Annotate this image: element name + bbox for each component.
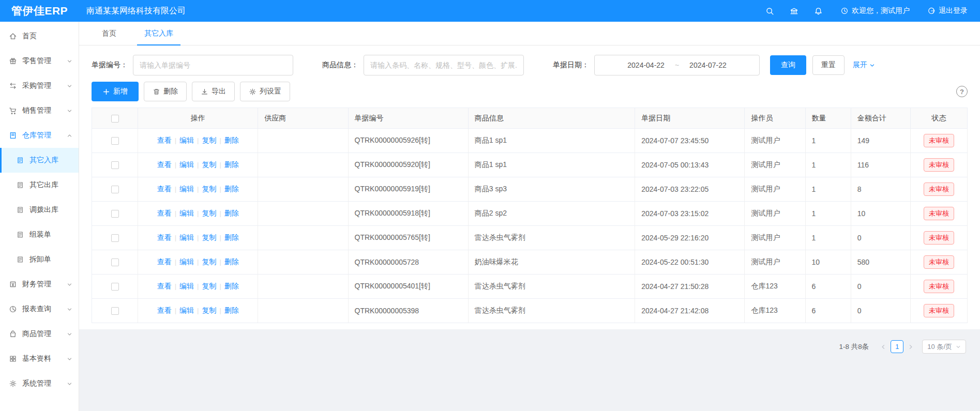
status-cell: 未审核 (910, 129, 967, 153)
view-link[interactable]: 查看 (157, 282, 172, 290)
copy-link[interactable]: 复制 (202, 209, 216, 217)
sidebar-item-other-outbound[interactable]: 其它出库 (0, 173, 79, 197)
row-checkbox[interactable] (111, 137, 119, 145)
page-size-select[interactable]: 10 条/页 (922, 340, 966, 354)
edit-link[interactable]: 编辑 (179, 233, 194, 241)
delete-link[interactable]: 删除 (224, 136, 239, 144)
bank-icon[interactable] (790, 7, 798, 16)
status-cell: 未审核 (910, 275, 967, 299)
edit-link[interactable]: 编辑 (179, 282, 194, 290)
row-checkbox[interactable] (111, 283, 119, 291)
copy-link[interactable]: 复制 (202, 233, 216, 241)
delete-link[interactable]: 删除 (224, 160, 239, 169)
row-checkbox-cell (92, 177, 138, 202)
sidebar-item-retail[interactable]: 零售管理 (0, 49, 79, 73)
bell-icon[interactable] (814, 7, 823, 16)
copy-link[interactable]: 复制 (202, 185, 216, 193)
column-settings-button[interactable]: 列设置 (240, 82, 290, 101)
prev-page-icon[interactable] (880, 344, 886, 350)
action-separator: | (197, 209, 199, 217)
row-checkbox[interactable] (111, 210, 119, 218)
add-button[interactable]: 新增 (92, 82, 139, 101)
action-separator: | (219, 258, 221, 266)
copy-link[interactable]: 复制 (202, 136, 216, 144)
expand-link[interactable]: 展开 (853, 60, 875, 70)
help-icon[interactable]: ? (956, 86, 968, 97)
gear-icon (249, 88, 257, 96)
pie-icon (9, 305, 17, 313)
select-all-checkbox[interactable] (111, 115, 119, 123)
view-link[interactable]: 查看 (157, 257, 172, 266)
row-checkbox[interactable] (111, 258, 119, 266)
copy-link[interactable]: 复制 (202, 257, 216, 266)
amount-cell: 149 (851, 129, 910, 153)
delete-link[interactable]: 删除 (224, 282, 239, 290)
qty-cell: 1 (805, 202, 851, 226)
row-checkbox[interactable] (111, 161, 119, 169)
row-actions-cell: 查看|编辑|复制|删除 (138, 275, 258, 299)
sidebar-item-label: 零售管理 (22, 56, 67, 66)
copy-link[interactable]: 复制 (202, 160, 216, 169)
search-button[interactable]: 查询 (770, 55, 806, 75)
finance-icon (9, 280, 17, 288)
sidebar-item-warehouse[interactable]: 仓库管理 (0, 123, 79, 148)
date-cell: 2024-05-22 00:51:30 (635, 250, 745, 275)
reset-button[interactable]: 重置 (812, 55, 845, 75)
edit-link[interactable]: 编辑 (179, 160, 194, 169)
sidebar-item-finance[interactable]: 财务管理 (0, 272, 79, 297)
delete-link[interactable]: 删除 (224, 185, 239, 193)
amount-cell: 0 (851, 299, 910, 323)
edit-link[interactable]: 编辑 (179, 185, 194, 193)
sidebar-item-home[interactable]: 首页 (0, 24, 79, 49)
date-range-picker[interactable]: 2024-04-22 ~ 2024-07-22 (594, 55, 760, 75)
search-icon[interactable] (765, 7, 774, 16)
sidebar-item-basic-data[interactable]: 基本资料 (0, 346, 79, 371)
column-header: 供应商 (258, 108, 348, 129)
view-link[interactable]: 查看 (157, 185, 172, 193)
export-button[interactable]: 导出 (192, 82, 235, 101)
product-cell: 商品3 sp3 (468, 177, 635, 202)
row-checkbox[interactable] (111, 186, 119, 193)
product-input[interactable] (364, 55, 524, 75)
sidebar-menu: 首页零售管理采购管理销售管理仓库管理其它入库其它出库调拨出库组装单拆卸单财务管理… (0, 24, 79, 396)
status-badge: 未审核 (924, 207, 954, 220)
page-number[interactable]: 1 (891, 340, 903, 353)
delete-link[interactable]: 删除 (224, 209, 239, 217)
sidebar-item-label: 财务管理 (22, 280, 67, 289)
view-link[interactable]: 查看 (157, 209, 172, 217)
app-logo: 管伊佳ERP (0, 4, 79, 18)
tab-other-inbound[interactable]: 其它入库 (134, 22, 184, 45)
sidebar-item-transfer-outbound[interactable]: 调拨出库 (0, 197, 79, 222)
row-checkbox[interactable] (111, 234, 119, 242)
sidebar-item-other-inbound[interactable]: 其它入库 (0, 148, 79, 173)
delete-link[interactable]: 删除 (224, 233, 239, 241)
view-link[interactable]: 查看 (157, 136, 172, 144)
copy-link[interactable]: 复制 (202, 306, 216, 314)
sidebar-item-purchase[interactable]: 采购管理 (0, 73, 79, 98)
sidebar-item-system[interactable]: 系统管理 (0, 371, 79, 396)
sidebar-item-sales[interactable]: 销售管理 (0, 98, 79, 123)
delete-button[interactable]: 删除 (144, 82, 187, 101)
amount-cell: 116 (851, 153, 910, 177)
edit-link[interactable]: 编辑 (179, 136, 194, 144)
sidebar-item-disassembly[interactable]: 拆卸单 (0, 247, 79, 272)
sidebar-item-reports[interactable]: 报表查询 (0, 297, 79, 322)
view-link[interactable]: 查看 (157, 306, 172, 314)
delete-link[interactable]: 删除 (224, 257, 239, 266)
tab-home[interactable]: 首页 (92, 22, 127, 45)
logout-button[interactable]: 退出登录 (927, 6, 968, 16)
edit-link[interactable]: 编辑 (179, 306, 194, 314)
sidebar-item-assembly[interactable]: 组装单 (0, 222, 79, 247)
logout-text: 退出登录 (939, 6, 968, 16)
delete-link[interactable]: 删除 (224, 306, 239, 314)
welcome-user[interactable]: 欢迎您，测试用户 (840, 6, 910, 16)
bill-no-input[interactable] (133, 55, 293, 75)
row-checkbox[interactable] (111, 307, 119, 315)
edit-link[interactable]: 编辑 (179, 209, 194, 217)
edit-link[interactable]: 编辑 (179, 257, 194, 266)
copy-link[interactable]: 复制 (202, 282, 216, 290)
next-page-icon[interactable] (908, 344, 914, 350)
view-link[interactable]: 查看 (157, 233, 172, 241)
sidebar-item-goods[interactable]: 商品管理 (0, 322, 79, 346)
view-link[interactable]: 查看 (157, 160, 172, 169)
